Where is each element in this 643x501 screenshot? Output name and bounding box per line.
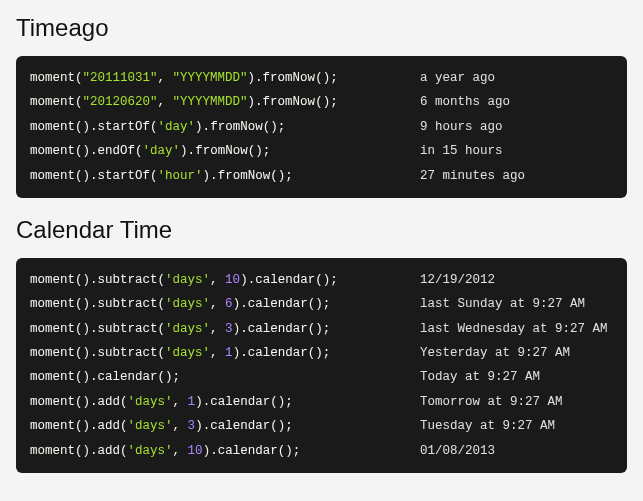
code-token-fn: moment [30,395,75,409]
code-row: moment().subtract('days', 10).calendar()… [16,268,627,292]
code-token-dot: . [90,419,98,433]
code-token-fn: calendar [98,370,158,384]
code-token-fn: moment [30,120,75,134]
code-token-paren: () [75,370,90,384]
code-token-punc: , [173,444,188,458]
code-token-punc: ; [330,95,338,109]
code-token-dot: . [90,444,98,458]
code-result: Tuesday at 9:27 AM [420,414,555,438]
code-token-str: 'days' [128,395,173,409]
code-token-paren: () [270,169,285,183]
code-token-fn: moment [30,71,75,85]
code-token-num: 1 [225,346,233,360]
code-expression: moment().calendar(); [30,365,420,389]
code-row: moment().startOf('hour').fromNow();27 mi… [16,164,627,188]
code-token-dot: . [240,297,248,311]
code-token-paren: () [308,346,323,360]
code-token-paren: ( [158,322,166,336]
code-result: in 15 hours [420,139,503,163]
code-row: moment("20120620", "YYYYMMDD").fromNow()… [16,90,627,114]
code-token-fn: add [98,419,121,433]
code-token-paren: () [315,273,330,287]
code-token-str: 'day' [143,144,181,158]
code-expression: moment().subtract('days', 10).calendar()… [30,268,420,292]
code-token-paren: ( [120,444,128,458]
code-expression: moment("20111031", "YYYYMMDD").fromNow()… [30,66,420,90]
code-token-paren: () [270,419,285,433]
code-token-fn: moment [30,169,75,183]
code-token-paren: ( [120,419,128,433]
code-token-dot: . [255,95,263,109]
code-token-paren: ( [135,144,143,158]
code-expression: moment().subtract('days', 3).calendar(); [30,317,420,341]
code-token-paren: () [263,120,278,134]
code-token-fn: moment [30,144,75,158]
code-result: 9 hours ago [420,115,503,139]
code-token-paren: () [315,71,330,85]
code-token-fn: moment [30,419,75,433]
code-token-str: 'days' [128,444,173,458]
code-token-punc: ; [173,370,181,384]
code-token-fn: fromNow [263,71,316,85]
code-token-fn: calendar [248,297,308,311]
code-token-punc: , [158,95,173,109]
code-token-dot: . [210,444,218,458]
code-token-str: "20111031" [83,71,158,85]
code-token-fn: moment [30,444,75,458]
code-token-paren: ) [203,444,211,458]
code-token-fn: moment [30,95,75,109]
code-token-str: "YYYYMMDD" [173,95,248,109]
code-token-punc: ; [323,322,331,336]
code-expression: moment().add('days', 10).calendar(); [30,439,420,463]
code-row: moment().subtract('days', 3).calendar();… [16,317,627,341]
code-token-punc: ; [285,169,293,183]
code-token-fn: moment [30,346,75,360]
code-token-dot: . [90,395,98,409]
code-token-paren: ) [233,346,241,360]
code-token-str: 'days' [165,322,210,336]
code-token-paren: ) [248,95,256,109]
code-row: moment().startOf('day').fromNow();9 hour… [16,115,627,139]
code-token-fn: subtract [98,322,158,336]
code-token-paren: ( [120,395,128,409]
code-token-fn: moment [30,297,75,311]
code-token-fn: startOf [98,169,151,183]
code-token-paren: ) [248,71,256,85]
code-row: moment("20111031", "YYYYMMDD").fromNow()… [16,66,627,90]
code-token-fn: calendar [210,395,270,409]
code-token-paren: () [75,120,90,134]
code-token-punc: ; [323,297,331,311]
code-token-fn: add [98,444,121,458]
code-token-str: "YYYYMMDD" [173,71,248,85]
code-token-fn: fromNow [195,144,248,158]
code-result: last Sunday at 9:27 AM [420,292,585,316]
code-token-punc: ; [263,144,271,158]
code-token-paren: () [75,419,90,433]
code-token-punc: ; [323,346,331,360]
code-token-fn: moment [30,273,75,287]
code-token-punc: , [210,346,225,360]
code-token-dot: . [90,169,98,183]
code-token-punc: , [210,273,225,287]
code-row: moment().add('days', 3).calendar();Tuesd… [16,414,627,438]
code-token-paren: () [158,370,173,384]
code-token-dot: . [255,71,263,85]
code-row: moment().endOf('day').fromNow();in 15 ho… [16,139,627,163]
code-expression: moment().add('days', 1).calendar(); [30,390,420,414]
code-token-paren: ) [195,395,203,409]
code-token-fn: moment [30,322,75,336]
code-expression: moment().startOf('hour').fromNow(); [30,164,420,188]
code-token-paren: () [75,144,90,158]
code-expression: moment().subtract('days', 6).calendar(); [30,292,420,316]
code-token-fn: startOf [98,120,151,134]
code-token-fn: subtract [98,346,158,360]
code-token-num: 3 [188,419,196,433]
code-token-paren: ( [75,71,83,85]
code-token-str: 'days' [165,346,210,360]
code-token-dot: . [90,144,98,158]
code-token-punc: ; [278,120,286,134]
code-result: a year ago [420,66,495,90]
code-token-fn: add [98,395,121,409]
code-result: last Wednesday at 9:27 AM [420,317,608,341]
code-token-paren: () [75,297,90,311]
